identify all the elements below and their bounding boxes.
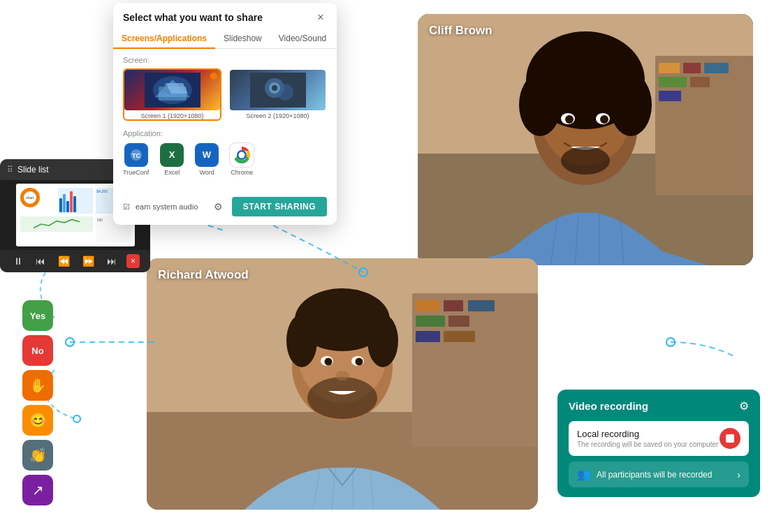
react-yes-button[interactable]: Yes <box>22 300 53 331</box>
chrome-icon <box>230 143 254 167</box>
svg-point-42 <box>286 314 317 367</box>
dialog-title: Select what you want to share <box>123 12 263 23</box>
svg-point-63 <box>272 85 277 91</box>
tab-video-sound[interactable]: Video/Sound <box>270 29 335 49</box>
svg-point-46 <box>325 358 333 366</box>
react-clap-button[interactable]: 👏 <box>22 440 53 471</box>
svg-point-47 <box>356 358 363 366</box>
dialog-close-button[interactable]: × <box>314 11 327 24</box>
recording-settings-button[interactable]: ⚙ <box>739 399 749 413</box>
svg-line-52 <box>353 468 353 510</box>
local-recording-item[interactable]: Local recording The recording will be sa… <box>569 421 749 456</box>
app-excel[interactable]: X Excel <box>160 143 184 176</box>
screen-1-label: Screen 1 (1920×1080) <box>124 112 220 119</box>
screen-2-label: Screen 2 (1920×1080) <box>230 112 326 119</box>
participants-label: All participants will be recorded <box>597 470 712 480</box>
svg-rect-13 <box>690 77 710 87</box>
excel-icon: X <box>160 143 184 167</box>
local-recording-title: Local recording <box>577 429 718 439</box>
react-hand-button[interactable]: ✋ <box>22 370 53 401</box>
svg-point-22 <box>565 115 574 124</box>
smile-icon: 😊 <box>29 412 47 429</box>
svg-rect-36 <box>448 316 469 327</box>
svg-rect-11 <box>704 63 729 73</box>
svg-rect-37 <box>416 331 440 342</box>
participants-icon: 👥 <box>577 468 591 481</box>
svg-point-5 <box>666 338 675 346</box>
richard-name-tag: Richard Atwood <box>158 268 249 282</box>
svg-rect-14 <box>659 91 681 101</box>
record-stop-icon <box>726 434 734 443</box>
app-section-label: Application: <box>123 129 327 138</box>
svg-text:X: X <box>169 149 175 160</box>
cliff-name-tag: Cliff Brown <box>429 24 492 38</box>
svg-point-48 <box>307 377 377 419</box>
app-word[interactable]: W Word <box>195 143 219 176</box>
recording-panel: Video recording ⚙ Local recording The re… <box>557 390 760 497</box>
svg-point-70 <box>239 152 245 158</box>
slide-controls: ⏸ ⏮ ⏪ ⏩ ⏭ × <box>0 250 150 272</box>
svg-point-18 <box>519 73 561 136</box>
svg-point-19 <box>610 73 652 136</box>
share-dialog: Select what you want to share × Screens/… <box>113 3 337 225</box>
svg-text:W: W <box>203 149 212 160</box>
next-slide-button[interactable]: ⏩ <box>80 254 97 268</box>
svg-point-23 <box>600 115 608 124</box>
recording-header: Video recording ⚙ <box>569 399 749 413</box>
screen-section-label: Screen: <box>123 56 327 64</box>
svg-text:TC: TC <box>132 152 140 159</box>
svg-rect-35 <box>416 316 445 327</box>
app-trueconf[interactable]: TC TrueConf <box>123 143 149 176</box>
audio-label: eam system audio <box>136 202 205 211</box>
svg-rect-38 <box>444 331 475 342</box>
first-slide-button[interactable]: ⏮ <box>33 254 48 268</box>
chrome-label: Chrome <box>231 169 253 176</box>
react-exit-button[interactable]: ↗ <box>22 475 53 505</box>
local-recording-subtitle: The recording will be saved on your comp… <box>577 441 718 448</box>
play-pause-button[interactable]: ⏸ <box>10 254 26 268</box>
app-chrome[interactable]: Chrome <box>230 143 254 176</box>
svg-rect-10 <box>683 63 701 73</box>
svg-rect-12 <box>659 77 687 87</box>
participants-chevron-icon: › <box>737 469 740 480</box>
recording-title: Video recording <box>569 400 648 412</box>
reaction-panel: Yes No ✋ 😊 👏 ↗ <box>22 300 53 505</box>
tab-slideshow[interactable]: Slideshow <box>215 29 270 49</box>
slide-panel-title: Slide list <box>17 165 49 175</box>
excel-label: Excel <box>164 169 180 176</box>
svg-point-24 <box>561 147 610 175</box>
hand-icon: ✋ <box>29 377 47 394</box>
word-icon: W <box>195 143 219 167</box>
svg-point-4 <box>73 415 80 422</box>
exit-icon: ↗ <box>32 482 44 498</box>
react-no-button[interactable]: No <box>22 335 53 366</box>
stop-slideshow-button[interactable]: × <box>126 254 140 268</box>
record-button[interactable] <box>720 428 740 449</box>
react-smile-button[interactable]: 😊 <box>22 405 53 436</box>
trueconf-icon: TC <box>124 143 148 167</box>
audio-checkbox-icon: ☑ <box>123 202 130 212</box>
svg-point-2 <box>66 338 74 346</box>
cliff-video-panel: Cliff Brown <box>418 14 753 265</box>
svg-point-43 <box>367 314 398 367</box>
trueconf-label: TrueConf <box>123 169 149 176</box>
screens-row: Screen 1 (1920×1080) Screen 2 (1920×1080… <box>123 68 327 121</box>
word-label: Word <box>200 169 214 176</box>
screen-2-thumb[interactable]: Screen 2 (1920×1080) <box>228 68 327 121</box>
last-slide-button[interactable]: ⏭ <box>104 254 119 268</box>
start-sharing-button[interactable]: START SHARING <box>232 197 327 216</box>
dialog-footer: ☑ eam system audio ⚙ START SHARING <box>113 191 337 225</box>
svg-rect-34 <box>468 300 495 311</box>
drag-handle-icon: ⠿ <box>7 165 13 175</box>
richard-video-panel: Richard Atwood <box>147 258 538 510</box>
svg-point-49 <box>335 371 349 380</box>
screen-1-thumb[interactable]: Screen 1 (1920×1080) <box>123 68 221 121</box>
clap-icon: 👏 <box>29 447 47 464</box>
svg-rect-33 <box>444 300 463 311</box>
all-participants-row[interactable]: 👥 All participants will be recorded › <box>569 461 749 487</box>
tab-screens-applications[interactable]: Screens/Applications <box>113 29 215 49</box>
svg-rect-32 <box>416 300 440 311</box>
prev-slide-button[interactable]: ⏪ <box>55 254 73 268</box>
audio-settings-button[interactable]: ⚙ <box>211 199 226 214</box>
svg-rect-9 <box>659 63 680 73</box>
